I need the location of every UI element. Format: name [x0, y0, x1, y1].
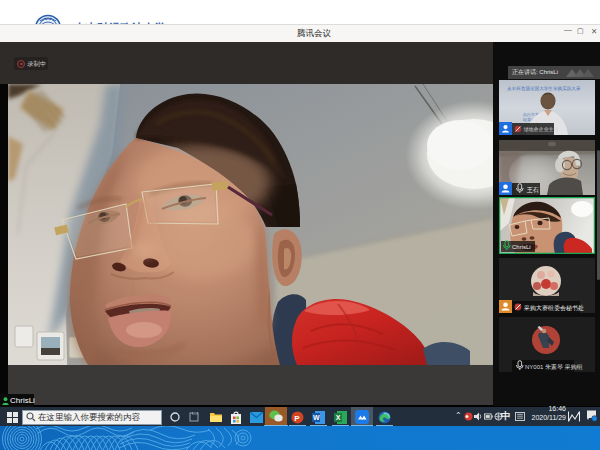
svg-text:X: X — [336, 414, 341, 421]
svg-text:王石: 王石 — [526, 186, 539, 194]
svg-text:绿地会企业主持: 绿地会企业主持 — [524, 126, 559, 133]
svg-text:NY001 朱素琴 采购组: NY001 朱素琴 采购组 — [525, 364, 583, 371]
svg-text:永丰杯首届全国大学生采购实践大赛: 永丰杯首届全国大学生采购实践大赛 — [507, 85, 581, 92]
svg-text:采购大赛组委会秘书处: 采购大赛组委会秘书处 — [523, 304, 584, 312]
svg-text:W: W — [313, 414, 320, 421]
svg-text:P: P — [294, 413, 300, 422]
svg-text:ChrisLi: ChrisLi — [512, 244, 531, 250]
